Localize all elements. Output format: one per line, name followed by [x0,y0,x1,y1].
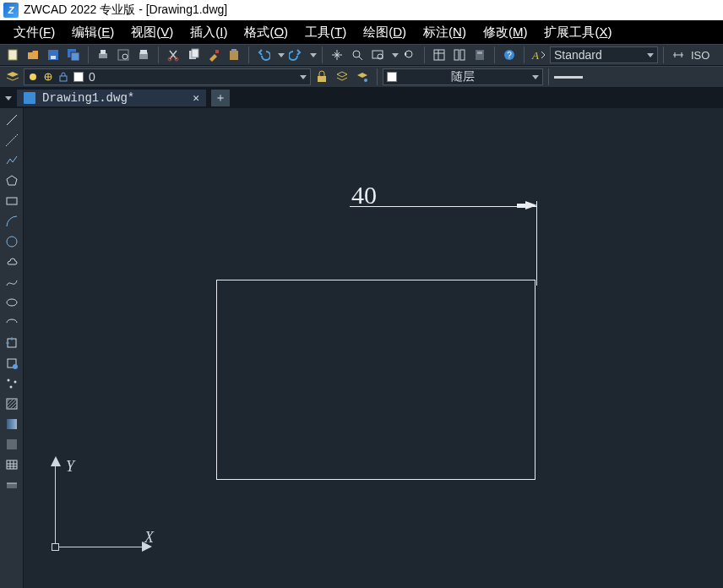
zoom-window-button[interactable] [368,46,387,64]
svg-rect-24 [460,50,465,60]
svg-point-40 [13,364,18,369]
close-tab-button[interactable]: ✕ [193,91,199,105]
title-bar: Z ZWCAD 2022 专业版 - [Drawing1.dwg] [0,0,723,20]
layer-locked-icon [315,70,329,84]
tool-palette-button[interactable] [450,46,469,64]
save-all-button[interactable] [64,46,83,64]
rectangle-tool[interactable] [3,193,21,210]
bylayer-combo[interactable]: 随层 [383,68,543,85]
circle-tool[interactable] [3,233,21,250]
text-style-combo[interactable]: Standard [550,46,658,63]
help-button[interactable]: ? [500,46,519,64]
ellipse-arc-tool-icon [5,316,19,329]
properties-button[interactable] [430,46,448,64]
table-tool-icon [5,458,19,471]
menu-ext[interactable]: 扩展工具(X) [535,23,620,42]
layer-locked-button[interactable] [313,68,331,86]
table-tool[interactable] [3,456,21,473]
layer-iso-button[interactable] [333,68,351,86]
layer-name: 0 [89,70,95,84]
revision-cloud-tool[interactable] [3,253,21,270]
match-prop-button[interactable] [204,46,223,64]
undo-icon [257,48,270,62]
chevron-down-icon [647,53,654,57]
text-style-button[interactable]: A [530,46,548,64]
print-button[interactable] [94,46,112,64]
paste-button[interactable] [225,46,243,64]
new-file-button[interactable] [3,46,22,64]
linetype-preview[interactable] [554,76,583,79]
arc-tool[interactable] [3,213,21,230]
svg-text:A: A [531,49,539,62]
zoom-window-icon [371,48,384,62]
insert-block-tool[interactable] [3,335,21,351]
ellipse-tool[interactable] [3,294,21,311]
svg-rect-26 [477,52,482,54]
redo-icon [289,48,302,62]
dim-style-icon [671,48,685,62]
menu-tools[interactable]: 工具(T) [296,23,355,42]
redo-button[interactable] [286,46,305,64]
app-icon: Z [3,3,19,18]
region-tool[interactable] [3,436,21,453]
menu-format[interactable]: 格式(O) [236,23,296,42]
tablist-dropdown[interactable] [5,96,12,101]
print-preview-icon [117,48,130,62]
make-block-tool[interactable] [3,355,21,372]
polyline-tool[interactable] [3,152,21,169]
tab-filename: Drawing1.dwg* [42,91,186,105]
svg-rect-14 [192,49,198,57]
publish-button[interactable] [134,46,153,64]
print-preview-button[interactable] [114,46,133,64]
make-block-icon [5,357,19,370]
hatch-tool[interactable] [3,395,21,412]
dim-style-button[interactable] [669,46,688,64]
zoom-dropdown[interactable] [392,53,399,57]
svg-rect-47 [7,460,17,469]
menu-annotate[interactable]: 标注(N) [415,23,475,42]
menu-file[interactable]: 文件(F) [5,23,63,42]
point-tool[interactable] [3,375,21,392]
ellipse-arc-tool[interactable] [3,314,21,331]
svg-point-42 [14,381,16,384]
construction-line-tool[interactable] [3,132,21,149]
cut-button[interactable] [164,46,182,64]
new-tab-button[interactable]: ＋ [211,90,230,106]
menu-draw[interactable]: 绘图(D) [355,23,415,42]
wipeout-tool-icon [5,478,19,492]
menu-modify[interactable]: 修改(M) [475,23,536,42]
save-button[interactable] [44,46,63,64]
publish-icon [137,48,150,62]
svg-point-8 [122,54,128,59]
layer-combo[interactable]: 0 [24,68,311,85]
copy-button[interactable] [184,46,203,64]
wipeout-tool[interactable] [3,476,21,493]
construction-line-icon [5,133,19,147]
open-button[interactable] [24,46,42,64]
undo-button[interactable] [254,46,273,64]
svg-point-30 [30,74,36,80]
ucs-origin [52,543,59,551]
menu-edit[interactable]: 编辑(E) [63,23,122,42]
redo-dropdown[interactable] [310,53,317,57]
pan-button[interactable] [328,46,346,64]
calculator-button[interactable] [470,46,489,64]
spline-tool[interactable] [3,274,21,291]
polygon-tool[interactable] [3,172,21,189]
point-tool-icon [5,377,19,390]
gradient-tool[interactable] [3,416,21,433]
layer-manager-button[interactable] [3,68,22,86]
spline-tool-icon [5,275,19,289]
menu-insert[interactable]: 插入(I) [182,23,236,42]
layer-match-icon [356,70,369,84]
zoom-previous-button[interactable] [400,46,419,64]
document-tab[interactable]: Drawing1.dwg* ✕ [17,90,206,106]
line-tool[interactable] [3,112,21,128]
pan-icon [330,48,344,62]
zoom-realtime-button[interactable] [348,46,367,64]
menu-view[interactable]: 视图(V) [122,23,182,42]
svg-point-36 [7,237,17,247]
layer-match-button[interactable] [353,68,372,86]
undo-dropdown[interactable] [278,53,285,57]
drawing-canvas[interactable]: 40 Y X [24,108,723,588]
